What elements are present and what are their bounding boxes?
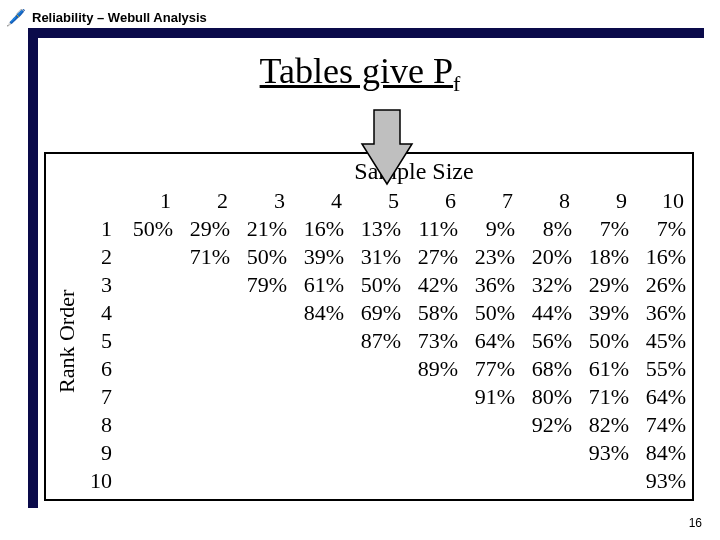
cell [289,439,346,467]
cell: 7% [631,215,688,243]
col-idx: 8 [517,187,574,215]
cell [403,467,460,495]
cell [118,439,175,467]
cell: 79% [232,271,289,299]
cell [289,467,346,495]
cell: 39% [574,299,631,327]
cell: 39% [289,243,346,271]
cell [232,383,289,411]
cell [289,383,346,411]
cell: 69% [346,299,403,327]
cell: 89% [403,355,460,383]
data-col: 88%20%32%44%56%68%80%92% [517,187,574,495]
cell [118,355,175,383]
row-idx: 5 [84,327,118,355]
cell [175,355,232,383]
cell: 61% [574,355,631,383]
cell [118,271,175,299]
row-idx: 7 [84,383,118,411]
cell: 21% [232,215,289,243]
cell [118,411,175,439]
col-idx: 6 [403,187,460,215]
cell: 92% [517,411,574,439]
row-index-col: 1 2 3 4 5 6 7 8 9 10 [84,187,118,495]
data-col: 79%23%36%50%64%77%91% [460,187,517,495]
data-col: 229%71% [175,187,232,495]
data-col: 321%50%79% [232,187,289,495]
cell: 31% [346,243,403,271]
cell: 29% [175,215,232,243]
cell: 50% [232,243,289,271]
cell [289,355,346,383]
cell [232,439,289,467]
cell [517,467,574,495]
heading-text: Tables give P [260,51,453,91]
cell: 11% [403,215,460,243]
cell [346,439,403,467]
cell [175,271,232,299]
cell: 87% [346,327,403,355]
cell [175,411,232,439]
cell [232,467,289,495]
cell [403,439,460,467]
cell: 26% [631,271,688,299]
cell [232,327,289,355]
col-idx: 7 [460,187,517,215]
cell [403,383,460,411]
cell [175,299,232,327]
heading-sub: f [453,71,460,96]
cell: 77% [460,355,517,383]
cell [460,411,517,439]
row-idx: 10 [84,467,118,495]
cell [232,299,289,327]
cell: 13% [346,215,403,243]
cell: 50% [118,215,175,243]
cell [118,383,175,411]
row-idx: 1 [84,215,118,243]
cell: 82% [574,411,631,439]
row-idx: 6 [84,355,118,383]
cell [175,467,232,495]
page-number: 16 [689,516,702,530]
row-idx: 4 [84,299,118,327]
cell: 16% [631,243,688,271]
cell [118,243,175,271]
cell [118,467,175,495]
cell: 50% [460,299,517,327]
cell [346,467,403,495]
cell: 9% [460,215,517,243]
cell: 50% [346,271,403,299]
page-title: Tables give Pf [0,50,720,97]
data-columns: 150% 229%71% 321%50%79% 416%39%61%84% 51… [118,187,688,495]
cell: 55% [631,355,688,383]
row-idx: 3 [84,271,118,299]
cell: 68% [517,355,574,383]
cell: 93% [631,467,688,495]
cell: 27% [403,243,460,271]
cell [118,299,175,327]
cell: 36% [631,299,688,327]
col-idx: 9 [574,187,631,215]
cell: 73% [403,327,460,355]
cell: 8% [517,215,574,243]
cell [517,439,574,467]
data-col: 107%16%26%36%45%55%64%74%84%93% [631,187,688,495]
col-idx: 1 [118,187,175,215]
col-header: Sample Size [50,158,688,185]
cell: 58% [403,299,460,327]
cell [175,327,232,355]
cell: 71% [574,383,631,411]
cell: 44% [517,299,574,327]
cell [346,355,403,383]
cell [403,411,460,439]
cell: 84% [289,299,346,327]
row-idx: 8 [84,411,118,439]
cell [346,411,403,439]
cell: 20% [517,243,574,271]
cell: 64% [460,327,517,355]
cell [289,411,346,439]
cell: 16% [289,215,346,243]
blank [84,187,118,215]
col-idx: 2 [175,187,232,215]
row-idx: 9 [84,439,118,467]
